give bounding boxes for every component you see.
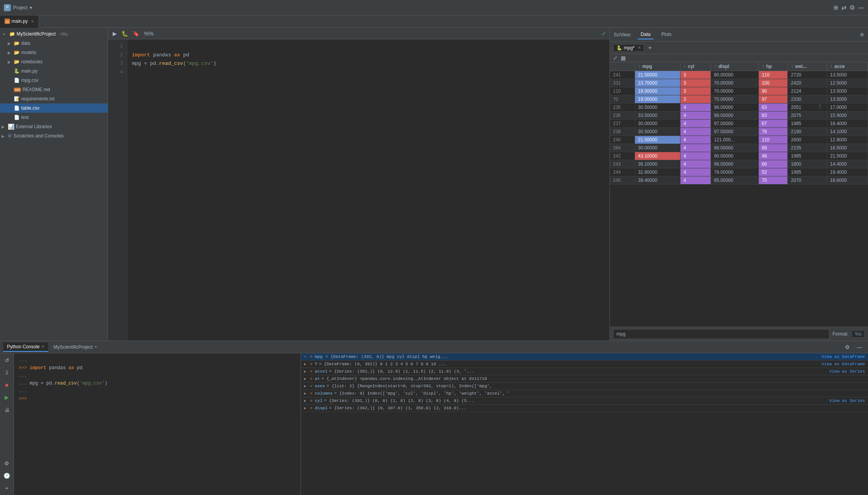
settings-icon[interactable]: ⚙: [849, 4, 855, 11]
table-row-accel: 19.4000: [827, 168, 868, 176]
T-chevron[interactable]: ▶: [304, 362, 309, 366]
code-content[interactable]: import pandas as pd mpg = pd.read_csv('m…: [127, 39, 610, 341]
sciview-grid-icon[interactable]: ▦: [621, 55, 626, 61]
columns-chevron[interactable]: ▶: [304, 391, 309, 396]
sciview-tab-mpg[interactable]: 🐍 mpg* ✕: [613, 44, 644, 52]
table-row-index: 245: [610, 176, 635, 185]
var-item-columns[interactable]: ▶ ≡ columns = {Index: 9} Index(['mpg', '…: [301, 390, 868, 397]
settings-btn[interactable]: ⚙: [842, 342, 853, 353]
axes-chevron[interactable]: ▶: [304, 384, 309, 388]
table-row[interactable]: 241 21.50000 3 80.00000 110 2720 13.5000: [610, 71, 868, 79]
table-row[interactable]: 243 36.10000 4 98.00000 66 1800 14.4000: [610, 160, 868, 168]
tree-item-table-csv[interactable]: ▶ 📄 table.csv: [0, 103, 108, 113]
sciview-expand-icon[interactable]: ⤢: [613, 55, 618, 61]
data-table-container[interactable]: ↑ mpg ↑ cyl ↑ displ ↑ hp ↑ wei... ↑ acce…: [610, 62, 868, 327]
sciview-nav-data[interactable]: Data: [638, 30, 654, 39]
sciview-nav-plots[interactable]: Plots: [658, 30, 675, 39]
md-badge: MD: [14, 88, 21, 92]
col-header-weight[interactable]: ↑ wei...: [788, 62, 827, 71]
project-dropdown[interactable]: ▾: [30, 5, 32, 10]
tree-item-readme[interactable]: ▶ MD README.md: [0, 85, 108, 94]
minimize-icon[interactable]: —: [858, 4, 864, 11]
percent-button[interactable]: %%: [142, 30, 155, 37]
var-item-mpg[interactable]: ▾ ≡ mpg = {DataFrame: (392, 9)} mpg cyl …: [301, 353, 868, 361]
tree-item-scratches[interactable]: ▶ ⚙ Scratches and Consoles: [0, 131, 108, 141]
var-item-T[interactable]: ▶ ≡ T = {DataFrame: (9, 392)} 0 1 2 3 4 …: [301, 361, 868, 368]
bottom-tab-project[interactable]: MyScientificProject ✕: [50, 343, 101, 351]
run-btn[interactable]: ▶: [2, 392, 12, 403]
table-row[interactable]: 70 19.00000 3 70.00000 97 2330 13.5000: [610, 95, 868, 103]
var-item-displ[interactable]: ▶ ≡ displ = {Series: (392,)} (0, 307.0) …: [301, 405, 868, 412]
displ-chevron[interactable]: ▶: [304, 406, 309, 410]
view-T-dataframe-btn[interactable]: View as DataFrame: [822, 362, 865, 366]
tree-item-mpg-csv[interactable]: ▶ 📄 mpg.csv: [0, 76, 108, 85]
add-btn[interactable]: +: [2, 483, 12, 493]
col-header-hp[interactable]: ↑ hp: [758, 62, 788, 71]
var-item-at[interactable]: ▶ ≡ at = {_AtIndexer} <pandas.core.index…: [301, 375, 868, 383]
run-button[interactable]: ▶: [111, 30, 118, 37]
sync-icon[interactable]: ⇄: [841, 4, 846, 11]
tree-item-test[interactable]: ▶ 📄 test: [0, 113, 108, 122]
tree-item-requirements[interactable]: ▶ 📝 requirements.txt: [0, 94, 108, 103]
var-item-axes[interactable]: ▶ ≔ axes = {list: 2} [RangeIndex(start=0…: [301, 383, 868, 390]
tab-close-btn[interactable]: ✕: [31, 19, 34, 24]
table-row-hp: 68: [758, 144, 788, 152]
table-row[interactable]: 238 30.50000 4 97.00000 78 2190 14.1000: [610, 128, 868, 136]
table-row[interactable]: 242 43.10000 4 90.00000 48 1985 21.5000: [610, 152, 868, 160]
tree-root[interactable]: ▾ 📁 MyScientificProject ~/My: [0, 29, 108, 39]
table-row-displ: 85.00000: [711, 176, 758, 185]
at-chevron[interactable]: ▶: [304, 376, 309, 381]
sciview-gear-icon[interactable]: ⚙: [860, 32, 864, 37]
sciview-nav: Data Plots: [638, 30, 675, 39]
col-header-displ[interactable]: ↑ displ: [711, 62, 758, 71]
console-output[interactable]: ... >>> import pandas as pd ... ... mpg …: [14, 353, 301, 495]
col-header-mpg[interactable]: ↑ mpg: [635, 62, 680, 71]
tree-item-notebooks[interactable]: ▶ 📂 notebooks: [0, 57, 108, 66]
col-header-cyl[interactable]: ↑ cyl: [680, 62, 711, 71]
table-row[interactable]: 264 30.00000 4 98.00000 68 2155 16.5000: [610, 144, 868, 152]
var-item-accel[interactable]: ▶ ≡ accel = {Series: (392,)} (0, 12.0) (…: [301, 368, 868, 375]
restart-btn[interactable]: ↺: [2, 355, 12, 366]
table-row[interactable]: 240 21.50000 4 121.000... 110 2600 12.80…: [610, 136, 868, 144]
minimize-btn[interactable]: —: [854, 342, 865, 353]
sciview-add-tab-btn[interactable]: +: [648, 44, 652, 51]
table-row[interactable]: 244 32.80000 4 78.00000 52 1985 19.4000: [610, 168, 868, 176]
bottom-content: ↺ ⇩ ■ ▶ 🖨 ⚙ 🕐 + ... >>> import pandas as…: [0, 353, 868, 495]
var-item-cyl[interactable]: ▶ ≡ cyl = {Series: (392,)} (0, 8) (1, 8)…: [301, 397, 868, 405]
view-cyl-series-btn[interactable]: View as Series: [829, 398, 865, 403]
col-header-accel[interactable]: ↑ acce: [827, 62, 868, 71]
stop-btn[interactable]: ■: [2, 380, 12, 390]
editor-tab-main-py[interactable]: py main.py ✕: [0, 15, 39, 28]
print-btn[interactable]: 🖨: [2, 404, 12, 415]
accel-chevron[interactable]: ▶: [304, 369, 309, 374]
scroll-btn[interactable]: ⇩: [2, 367, 12, 378]
tree-item-ext-libs[interactable]: ▶ 📊 External Libraries: [0, 122, 108, 131]
table-row[interactable]: 331 23.70000 3 70.00000 100 2420 12.5000: [610, 79, 868, 87]
mpg-chevron[interactable]: ▾: [304, 354, 309, 359]
console-tab-close[interactable]: ✕: [41, 344, 44, 349]
table-row[interactable]: 245 39.40000 4 85.00000 70 2070 18.6000: [610, 176, 868, 185]
cyl-chevron[interactable]: ▶: [304, 398, 309, 403]
tree-item-main-py[interactable]: ▶ 🐍 main.py: [0, 66, 108, 76]
tree-item-models[interactable]: ▶ 📂 models: [0, 48, 108, 57]
view-accel-series-btn[interactable]: View as Series: [829, 369, 865, 374]
project-menu[interactable]: P Project ▾: [4, 4, 32, 11]
debug-button[interactable]: 🐛: [120, 30, 130, 37]
history-btn[interactable]: 🕐: [2, 470, 12, 481]
table-row[interactable]: 236 33.50000 4 98.00000 83 2075 15.9000: [610, 112, 868, 120]
sciview-tab-close[interactable]: ✕: [638, 46, 641, 50]
code-editor[interactable]: 1 2 3 4 import pandas as pd mpg = pd.rea…: [108, 39, 610, 341]
table-row[interactable]: 235 30.50000 4 98.00000 63 2051 17.0000: [610, 103, 868, 112]
table-row-cyl: 4: [680, 176, 711, 185]
table-row[interactable]: 110 18.00000 3 70.00000 90 2124 13.5000: [610, 87, 868, 95]
bottom-tab-console[interactable]: Python Console ✕: [3, 342, 48, 352]
filter-input[interactable]: [613, 329, 829, 339]
format-value[interactable]: %s: [851, 330, 865, 338]
tree-item-data[interactable]: ▶ 📂 data: [0, 39, 108, 48]
bookmarks-button[interactable]: 🔖: [131, 30, 141, 37]
add-file-icon[interactable]: ⊕: [833, 4, 838, 11]
view-mpg-dataframe-btn[interactable]: View as DataFrame: [822, 354, 865, 359]
gear-btn[interactable]: ⚙: [2, 458, 12, 469]
table-row[interactable]: 237 30.00000 4 97.00000 67 1985 16.4000: [610, 120, 868, 128]
project-tab-close[interactable]: ✕: [94, 345, 97, 349]
